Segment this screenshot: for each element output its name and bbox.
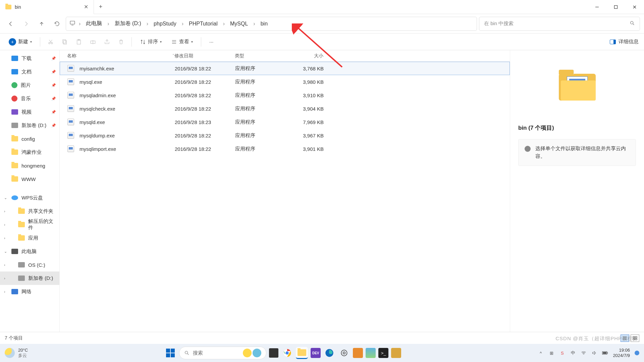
sidebar-item[interactable]: 图片📌	[0, 78, 59, 92]
cut-button[interactable]	[45, 37, 56, 47]
sidebar-item[interactable]: 文档📌	[0, 65, 59, 78]
app-icon[interactable]	[366, 348, 376, 358]
tray-overflow-icon[interactable]: ^	[538, 350, 544, 356]
sidebar[interactable]: 下载📌文档📌图片📌音乐📌视频📌新加卷 (D:)📌config鸿蒙作业hongme…	[0, 50, 60, 332]
taskbar[interactable]: 20°C 多云 搜索 DEV >_ ^ ⊞ S 中 19:06 2024/7/9	[0, 344, 644, 362]
file-row[interactable]: mysqlimport.exe2016/9/28 18:22应用程序3,901 …	[60, 142, 510, 156]
file-row[interactable]: mysqlcheck.exe2016/9/28 18:22应用程序3,904 K…	[60, 102, 510, 115]
chevron-right-icon: ›	[4, 223, 5, 227]
tab-close-button[interactable]: ✕	[84, 4, 88, 10]
column-size[interactable]: 大小	[285, 53, 329, 59]
column-date[interactable]: 修改日期	[174, 53, 235, 59]
window-tab[interactable]: bin ✕	[0, 0, 94, 14]
sidebar-item[interactable]: config	[0, 132, 59, 145]
pin-icon: 📌	[51, 83, 56, 87]
breadcrumb-item[interactable]: bin	[259, 19, 270, 28]
delete-button[interactable]	[115, 37, 127, 47]
sort-button[interactable]: 排序 ▾	[137, 37, 165, 47]
tray-app-icon[interactable]: ⊞	[548, 350, 554, 356]
ime-icon[interactable]: 中	[570, 350, 576, 356]
sidebar-item[interactable]: 新加卷 (D:)📌	[0, 119, 59, 132]
system-tray[interactable]: ^ ⊞ S 中 19:06 2024/7/9	[538, 348, 639, 358]
breadcrumb-item[interactable]: 此电脑	[84, 19, 104, 28]
refresh-button[interactable]	[50, 17, 64, 31]
column-name[interactable]: 名称˄	[67, 53, 174, 59]
breadcrumb-item[interactable]: PHPTutorial	[187, 19, 220, 28]
sidebar-item[interactable]: 鸿蒙作业	[0, 145, 59, 159]
file-row[interactable]: mysql.exe2016/9/28 18:22应用程序3,980 KB	[60, 75, 510, 88]
sidebar-item[interactable]: 音乐📌	[0, 92, 59, 105]
notifications-icon[interactable]	[635, 351, 639, 355]
exe-icon	[67, 132, 74, 139]
svg-line-7	[633, 24, 634, 25]
sidebar-item[interactable]: ›共享文件夹	[0, 204, 59, 218]
folder-icon	[11, 123, 18, 128]
maximize-button[interactable]	[606, 0, 625, 14]
more-button[interactable]: ···	[206, 37, 217, 47]
folder-icon	[11, 163, 18, 168]
paste-button[interactable]	[73, 37, 85, 47]
sidebar-item[interactable]: ›新加卷 (D:)	[0, 272, 59, 285]
minimize-button[interactable]	[588, 0, 606, 14]
breadcrumb[interactable]: › 此电脑 › 新加卷 (D:) › phpStudy › PHPTutoria…	[66, 17, 477, 31]
sidebar-item[interactable]: ›OS (C:)	[0, 258, 59, 272]
volume-icon[interactable]	[591, 350, 597, 356]
start-button[interactable]	[164, 347, 176, 359]
column-type[interactable]: 类型	[235, 53, 285, 59]
details-pane: bin (7 个项目) 选择单个文件以获取详细信息并共享云内容。	[510, 50, 644, 332]
battery-icon[interactable]	[602, 350, 608, 356]
new-tab-button[interactable]: +	[94, 3, 107, 10]
new-button[interactable]: + 新建 ▾	[5, 36, 35, 48]
tray-app-icon[interactable]: S	[559, 350, 565, 356]
network-icon	[11, 289, 18, 294]
view-button[interactable]: 查看 ▾	[168, 37, 196, 47]
sidebar-network[interactable]: › 网络	[0, 285, 59, 298]
chevron-right-icon: ›	[4, 236, 5, 240]
pin-icon: 📌	[51, 110, 56, 114]
sidebar-wps[interactable]: ⌄ WPS云盘	[0, 191, 59, 204]
vm-app-icon[interactable]	[353, 348, 363, 358]
taskbar-search[interactable]: 搜索	[179, 347, 266, 359]
task-view-button[interactable]	[269, 348, 278, 358]
sidebar-item[interactable]: 下载📌	[0, 52, 59, 65]
file-row[interactable]: mysqld.exe2016/9/28 18:23应用程序7,969 KB	[60, 115, 510, 129]
sidebar-pc[interactable]: ⌄ 此电脑	[0, 245, 59, 258]
breadcrumb-item[interactable]: MySQL	[228, 19, 250, 28]
exe-icon	[67, 119, 74, 125]
edge-app-icon[interactable]	[323, 347, 335, 359]
dev-app-icon[interactable]: DEV	[311, 348, 321, 358]
pc-icon	[11, 249, 18, 254]
breadcrumb-item[interactable]: phpStudy	[152, 19, 178, 28]
explorer-app-icon[interactable]	[296, 347, 308, 359]
file-row[interactable]: mysqldump.exe2016/9/28 18:22应用程序3,967 KB	[60, 129, 510, 142]
folder-icon	[11, 96, 17, 102]
wifi-icon[interactable]	[581, 350, 587, 356]
sidebar-item[interactable]: WWW	[0, 172, 59, 186]
back-button[interactable]	[4, 17, 17, 31]
sidebar-item[interactable]: ›解压后的文件	[0, 218, 59, 231]
copy-button[interactable]	[59, 37, 70, 47]
column-headers[interactable]: 名称˄ 修改日期 类型 大小	[60, 50, 510, 62]
forward-button[interactable]	[19, 17, 33, 31]
close-button[interactable]	[625, 0, 644, 14]
share-button[interactable]	[101, 37, 113, 47]
folder-icon	[11, 176, 18, 182]
file-row[interactable]: mysqladmin.exe2016/9/28 18:22应用程序3,910 K…	[60, 88, 510, 102]
breadcrumb-item[interactable]: 新加卷 (D:)	[113, 19, 143, 28]
settings-app-icon[interactable]	[338, 347, 350, 359]
chrome-app-icon[interactable]	[281, 347, 293, 359]
app-icon[interactable]	[391, 348, 401, 358]
clock[interactable]: 19:06 2024/7/9	[613, 348, 630, 358]
weather-widget[interactable]: 20°C 多云	[5, 348, 28, 359]
sidebar-item[interactable]: 视频📌	[0, 105, 59, 119]
search-input[interactable]: 在 bin 中搜索	[479, 17, 640, 31]
file-row[interactable]: myisamchk.exe2016/9/28 18:22应用程序3,768 KB	[60, 62, 510, 75]
rename-button[interactable]	[87, 37, 99, 47]
terminal-app-icon[interactable]: >_	[378, 348, 388, 358]
sidebar-item[interactable]: hongmeng	[0, 159, 59, 172]
svg-rect-4	[70, 21, 75, 24]
up-button[interactable]	[35, 17, 48, 31]
sidebar-item[interactable]: ›应用	[0, 231, 59, 245]
details-toggle-button[interactable]: 详细信息	[610, 39, 639, 45]
folder-icon	[18, 208, 25, 214]
